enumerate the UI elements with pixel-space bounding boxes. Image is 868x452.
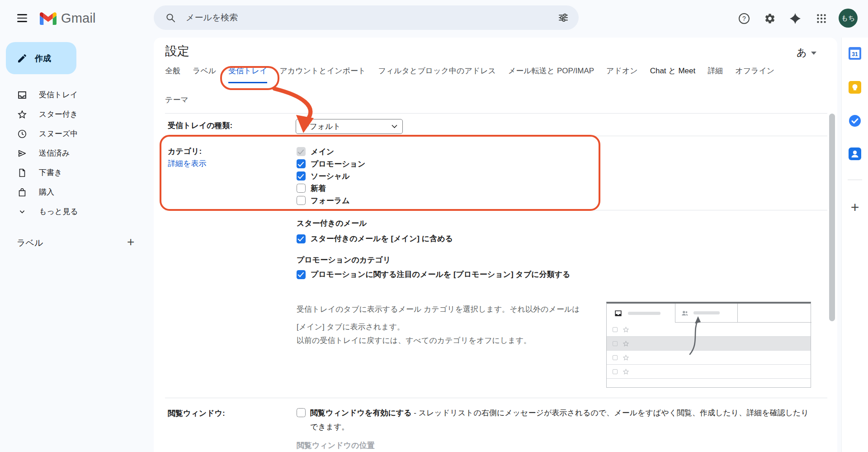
categories-options: メイン プロモーション ソーシャル 新着 フォーラム [297, 147, 365, 205]
get-addons-button[interactable]: + [848, 198, 862, 216]
tab-filters-blocked[interactable]: フィルタとブロック中のアドレス [378, 66, 496, 82]
checkbox-reading-pane[interactable] [297, 408, 306, 417]
illustration-row-highlighted [607, 337, 811, 351]
sidebar-item-purchases[interactable]: 購入 [0, 182, 136, 202]
illustration-row [607, 323, 811, 337]
contacts-icon[interactable] [848, 147, 862, 161]
sidebar-item-label: スヌーズ中 [39, 128, 78, 139]
sidebar-item-snoozed[interactable]: スヌーズ中 [0, 124, 136, 143]
search-options-icon[interactable] [558, 12, 569, 23]
reading-pane-option-bold: 閲覧ウィンドウを有効にする [310, 409, 412, 417]
side-panel: 31 + [841, 38, 868, 452]
tab-advanced[interactable]: 詳細 [708, 66, 723, 82]
illustration-row [607, 365, 811, 379]
help-icon[interactable]: ? [738, 12, 750, 24]
compose-label: 作成 [35, 53, 51, 64]
tab-forwarding-pop-imap[interactable]: メール転送と POP/IMAP [508, 66, 594, 82]
tab-inbox[interactable]: 受信トレイ [228, 66, 267, 83]
search-input[interactable]: メールを検索 [186, 12, 238, 24]
checkbox-starred-in-primary[interactable] [297, 234, 306, 243]
language-selector[interactable]: あ [797, 46, 816, 59]
star-icon [17, 109, 27, 119]
chevron-down-icon [17, 207, 27, 217]
labels-section: ラベル + [0, 234, 144, 252]
reading-pane-option-row: 閲覧ウィンドウを有効にする - スレッドリストの右側にメッセージが表示されるので… [297, 406, 815, 434]
category-row-primary: メイン [297, 147, 365, 156]
category-row-promotions: プロモーション [297, 159, 365, 168]
checkbox-forums[interactable] [297, 196, 306, 205]
gemini-icon[interactable] [789, 12, 801, 24]
select-caret-icon [392, 124, 397, 128]
sidebar-item-more[interactable]: もっと見る [0, 202, 136, 221]
draft-icon [17, 168, 27, 178]
reading-pane-label: 閲覧ウィンドウ: [168, 407, 225, 420]
sidebar-item-starred[interactable]: スター付き [0, 105, 136, 124]
people-icon [681, 309, 689, 317]
tab-theme[interactable]: テーマ [165, 95, 189, 110]
create-label-button[interactable]: + [127, 235, 134, 249]
settings-tabs: 全般 ラベル 受信トレイ アカウントとインポート フィルタとブロック中のアドレス… [165, 66, 774, 83]
category-row-forums: フォーラム [297, 196, 365, 205]
tab-chat-meet[interactable]: Chat と Meet [650, 66, 696, 82]
tab-addons[interactable]: アドオン [606, 66, 638, 82]
calendar-icon[interactable]: 31 [848, 46, 862, 61]
caret-down-icon [811, 52, 816, 55]
inbox-type-value: デフォルト [302, 121, 341, 132]
checkbox-social[interactable] [297, 171, 306, 181]
divider [165, 210, 827, 210]
checkbox-label: プロモーションに関する注目のメールを [プロモーション] タブに分類する [311, 269, 570, 280]
show-details-link[interactable]: 詳細を表示 [168, 157, 206, 170]
inbox-tabs-illustration [606, 302, 811, 388]
keep-icon[interactable] [848, 80, 862, 95]
checkbox-label: メイン [311, 147, 334, 157]
language-selector-label: あ [797, 46, 807, 59]
checkbox-promotions[interactable] [297, 159, 306, 168]
inbox-icon [614, 309, 623, 318]
inbox-type-label: 受信トレイの種類: [168, 119, 232, 132]
sidebar-item-sent[interactable]: 送信済み [0, 143, 136, 163]
gmail-settings-page: Gmail メールを検索 ? [0, 0, 868, 452]
compose-button[interactable]: 作成 [6, 42, 76, 74]
labels-header: ラベル [17, 237, 43, 249]
tab-offline[interactable]: オフライン [735, 66, 774, 82]
illustration-tab-primary [607, 304, 675, 323]
promotions-option-row: プロモーションに関する注目のメールを [プロモーション] タブに分類する [297, 269, 570, 280]
sidebar-item-label: 受信トレイ [39, 90, 78, 100]
search-icon[interactable] [165, 13, 176, 23]
search-bar[interactable]: メールを検索 [154, 5, 579, 30]
shopping-bag-icon [17, 187, 27, 197]
checkbox-promotions-bundle[interactable] [297, 270, 306, 279]
send-icon [17, 148, 27, 158]
sidebar-item-inbox[interactable]: 受信トレイ [0, 85, 136, 105]
inbox-type-select[interactable]: デフォルト [296, 119, 403, 134]
divider [165, 113, 827, 114]
starred-heading: スター付きのメール [297, 218, 367, 229]
checkbox-primary[interactable] [297, 147, 306, 156]
sidebar-item-label: スター付き [39, 109, 78, 119]
settings-gear-icon[interactable] [764, 12, 776, 24]
categories-description: 受信トレイのタブに表示するメール カテゴリを選択します。それ以外のメールは [メ… [297, 300, 586, 336]
svg-text:?: ? [742, 15, 746, 22]
illustration-tab-social [675, 304, 738, 323]
scrollbar-thumb[interactable] [829, 114, 835, 321]
sidebar-item-drafts[interactable]: 下書き [0, 163, 136, 182]
checkbox-updates[interactable] [297, 184, 306, 193]
divider [165, 398, 827, 398]
gmail-wordmark: Gmail [61, 11, 96, 26]
reading-pane-position-label: 閲覧ウィンドウの位置 [297, 440, 374, 451]
gmail-logo: Gmail [40, 11, 96, 26]
illustration-row [607, 351, 811, 365]
main-menu-icon[interactable] [15, 12, 29, 24]
tab-labels[interactable]: ラベル [193, 66, 216, 82]
apps-grid-icon[interactable] [815, 12, 827, 24]
side-panel-divider [848, 180, 862, 180]
reading-pane-option-text: 閲覧ウィンドウを有効にする - スレッドリストの右側にメッセージが表示されるので… [310, 406, 815, 434]
tab-general[interactable]: 全般 [165, 66, 180, 82]
promotions-heading: プロモーションのカテゴリ [297, 255, 391, 266]
tasks-icon[interactable] [848, 114, 862, 128]
account-avatar[interactable]: もち [839, 9, 858, 28]
categories-label: カテゴリ: [168, 145, 202, 158]
tab-accounts-import[interactable]: アカウントとインポート [279, 66, 366, 82]
category-row-social: ソーシャル [297, 171, 365, 181]
svg-text:31: 31 [852, 51, 858, 57]
